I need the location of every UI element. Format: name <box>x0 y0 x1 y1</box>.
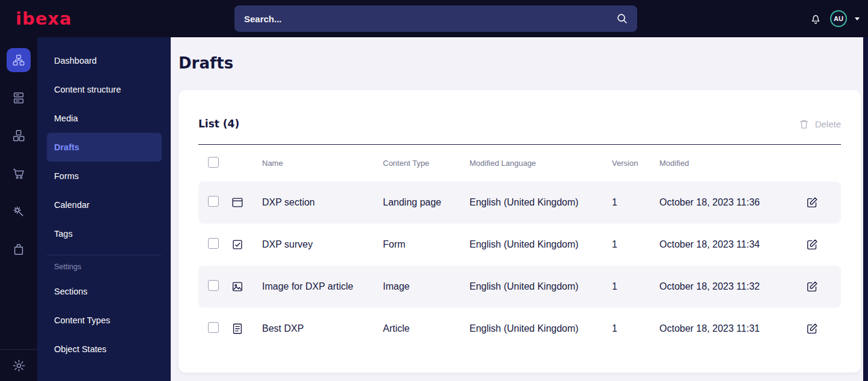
row-checkbox[interactable] <box>208 196 219 207</box>
cell-language: English (United Kingdom) <box>469 281 612 292</box>
sidebar-item-forms[interactable]: Forms <box>47 162 162 190</box>
cell-name: Image for DXP article <box>262 281 383 292</box>
edit-icon[interactable] <box>805 322 841 335</box>
row-checkbox[interactable] <box>208 322 219 333</box>
cell-name: Best DXP <box>262 323 383 334</box>
table-header-row: Name Content Type Modified Language Vers… <box>198 145 841 181</box>
column-header-version: Version <box>612 159 659 168</box>
cell-content-type: Article <box>383 323 469 334</box>
cell-modified: October 18, 2023 11:34 <box>659 239 805 250</box>
sidebar-item-tags[interactable]: Tags <box>47 219 162 248</box>
cell-language: English (United Kingdom) <box>469 323 612 334</box>
sidebar-item-media[interactable]: Media <box>47 104 162 133</box>
cell-modified: October 18, 2023 11:36 <box>659 197 805 208</box>
sidebar-item-drafts[interactable]: Drafts <box>47 133 162 162</box>
list-header: List (4) Delete <box>198 117 841 131</box>
drafts-table: Name Content Type Modified Language Vers… <box>198 144 841 350</box>
settings-section-label: Settings <box>54 263 171 271</box>
search-input[interactable] <box>234 5 616 32</box>
sidebar-item-dashboard[interactable]: Dashboard <box>47 46 162 75</box>
cell-name: DXP section <box>262 197 383 208</box>
topbar: ibexa AU <box>0 0 868 37</box>
cell-modified: October 18, 2023 11:32 <box>659 281 805 292</box>
bag-icon[interactable] <box>7 237 31 261</box>
delete-button[interactable]: Delete <box>798 118 841 130</box>
select-all-checkbox[interactable] <box>208 157 219 168</box>
delete-label: Delete <box>815 119 841 129</box>
cart-icon[interactable] <box>7 162 31 186</box>
cell-name: DXP survey <box>262 239 383 250</box>
sidebar-divider <box>47 255 161 255</box>
sidebar-item-content-types[interactable]: Content Types <box>47 306 162 335</box>
global-search <box>234 5 637 32</box>
table-row: DXP survey Form English (United Kingdom)… <box>198 224 841 266</box>
row-checkbox[interactable] <box>208 280 219 291</box>
sidebar-item-calendar[interactable]: Calendar <box>47 190 162 219</box>
landing-page-icon <box>231 196 262 209</box>
column-header-content-type: Content Type <box>383 159 469 168</box>
article-icon <box>231 322 262 335</box>
column-header-modified-language: Modified Language <box>469 159 612 168</box>
cell-language: English (United Kingdom) <box>469 239 612 250</box>
page-title: Drafts <box>179 54 233 72</box>
column-header-modified: Modified <box>659 159 805 168</box>
column-header-name: Name <box>262 159 383 168</box>
topbar-actions: AU <box>809 0 860 37</box>
notifications-bell-icon[interactable] <box>809 12 822 25</box>
form-icon <box>231 238 262 251</box>
cell-version: 1 <box>612 281 659 292</box>
edit-icon[interactable] <box>805 238 841 251</box>
cell-content-type: Form <box>383 239 469 250</box>
sites-icon[interactable] <box>7 48 31 72</box>
table-row: DXP section Landing page English (United… <box>198 181 841 224</box>
table-row: Best DXP Article English (United Kingdom… <box>198 308 841 350</box>
chevron-down-icon[interactable] <box>855 17 860 20</box>
cell-version: 1 <box>612 323 659 334</box>
drafts-card: List (4) Delete Name Content Type Modifi… <box>179 90 861 373</box>
main-content: Drafts List (4) Delete Name Content Type… <box>171 37 863 381</box>
cell-content-type: Landing page <box>383 197 469 208</box>
edit-icon[interactable] <box>805 280 841 293</box>
cell-modified: October 18, 2023 11:31 <box>659 323 805 334</box>
row-checkbox[interactable] <box>208 238 219 249</box>
content-icon[interactable] <box>7 86 31 110</box>
sidebar: Dashboard Content structure Media Drafts… <box>37 37 171 381</box>
sidebar-item-content-structure[interactable]: Content structure <box>47 75 162 104</box>
cell-version: 1 <box>612 197 659 208</box>
edit-icon[interactable] <box>805 196 841 209</box>
cell-version: 1 <box>612 239 659 250</box>
sidebar-item-sections[interactable]: Sections <box>47 277 162 306</box>
ibexa-logo[interactable]: ibexa <box>16 7 72 30</box>
settings-gear-icon[interactable] <box>0 349 37 381</box>
list-count-title: List (4) <box>198 118 239 130</box>
icon-rail <box>0 37 37 381</box>
scrollbar-track[interactable] <box>863 37 868 381</box>
trash-icon <box>798 118 810 130</box>
cell-language: English (United Kingdom) <box>469 197 612 208</box>
sidebar-item-object-states[interactable]: Object States <box>47 335 162 364</box>
image-icon <box>231 280 262 293</box>
search-icon[interactable] <box>616 12 629 25</box>
cell-content-type: Image <box>383 281 469 292</box>
blocks-icon[interactable] <box>7 124 31 148</box>
automation-icon[interactable] <box>7 200 31 224</box>
table-row: Image for DXP article Image English (Uni… <box>198 266 841 308</box>
avatar[interactable]: AU <box>830 10 847 27</box>
